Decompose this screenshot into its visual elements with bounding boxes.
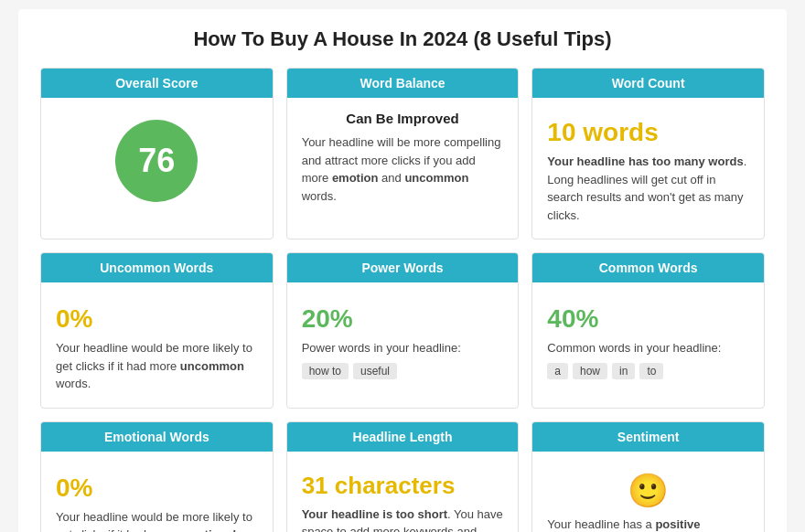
word-count-card: Word Count 10 words Your headline has to… [531, 68, 765, 239]
word-count-header: Word Count [532, 69, 764, 98]
tag-useful: useful [353, 363, 397, 379]
uncommon-words-pct: 0% [56, 304, 258, 334]
sentiment-body: 🙂 Your headline has a positive sentiment… [532, 452, 764, 533]
word-balance-text: Your headline will be more compelling an… [302, 133, 504, 205]
power-words-body: 20% Power words in your headline: how to… [287, 282, 519, 394]
emotional-words-text: Your headline would be more likely to ge… [56, 508, 258, 533]
uncommon-words-body: 0% Your headline would be more likely to… [41, 282, 273, 408]
main-container: How To Buy A House In 2024 (8 Useful Tip… [18, 9, 787, 532]
overall-score-card: Overall Score 76 [40, 68, 274, 239]
word-balance-subtitle: Can Be Improved [302, 111, 504, 126]
common-words-tags: a how in to [547, 363, 749, 379]
score-circle: 76 [115, 120, 198, 202]
emotional-words-header: Emotional Words [41, 422, 273, 452]
emotional-words-pct: 0% [56, 473, 258, 503]
uncommon-words-text: Your headline would be more likely to ge… [56, 339, 258, 393]
headline-length-card: Headline Length 31 characters Your headl… [286, 421, 520, 533]
emotional-words-body: 0% Your headline would be more likely to… [41, 452, 273, 533]
common-words-card: Common Words 40% Common words in your he… [531, 252, 765, 409]
power-words-pct: 20% [302, 304, 504, 334]
word-balance-header: Word Balance [287, 69, 519, 98]
tag-to: to [639, 363, 663, 379]
power-words-label: Power words in your headline: [302, 339, 504, 357]
tag-in: in [612, 363, 635, 379]
sentiment-header: Sentiment [532, 422, 764, 452]
word-count-text: Your headline has too many words. Long h… [547, 153, 749, 224]
common-words-body: 40% Common words in your headline: a how… [532, 282, 764, 394]
common-words-header: Common Words [532, 253, 764, 282]
uncommon-words-header: Uncommon Words [41, 253, 273, 282]
sentiment-card: Sentiment 🙂 Your headline has a positive… [531, 421, 765, 533]
tag-a: a [547, 363, 568, 379]
common-words-label: Common words in your headline: [547, 339, 749, 357]
common-words-pct: 40% [547, 304, 749, 334]
cards-grid: Overall Score 76 Word Balance Can Be Imp… [40, 68, 765, 532]
page-title: How To Buy A House In 2024 (8 Useful Tip… [40, 27, 765, 51]
sentiment-emoji: 🙂 [547, 472, 749, 510]
power-words-tags: how to useful [302, 363, 504, 379]
word-balance-body: Can Be Improved Your headline will be mo… [287, 98, 519, 219]
word-count-body: 10 words Your headline has too many word… [532, 98, 764, 239]
emotional-words-card: Emotional Words 0% Your headline would b… [40, 421, 274, 533]
uncommon-words-card: Uncommon Words 0% Your headline would be… [40, 252, 274, 409]
word-count-value: 10 words [547, 118, 749, 147]
headline-length-body: 31 characters Your headline is too short… [287, 452, 519, 533]
overall-score-header: Overall Score [41, 69, 273, 98]
power-words-card: Power Words 20% Power words in your head… [286, 252, 520, 409]
power-words-header: Power Words [287, 253, 519, 282]
headline-length-value: 31 characters [302, 472, 504, 500]
tag-how: how [573, 363, 607, 379]
sentiment-text: Your headline has a positive sentiment. … [547, 516, 749, 533]
word-balance-card: Word Balance Can Be Improved Your headli… [286, 68, 520, 239]
tag-how-to: how to [302, 363, 349, 379]
headline-length-header: Headline Length [287, 422, 519, 452]
overall-score-body: 76 [41, 98, 273, 222]
headline-length-text: Your headline is too short. You have spa… [302, 505, 504, 533]
